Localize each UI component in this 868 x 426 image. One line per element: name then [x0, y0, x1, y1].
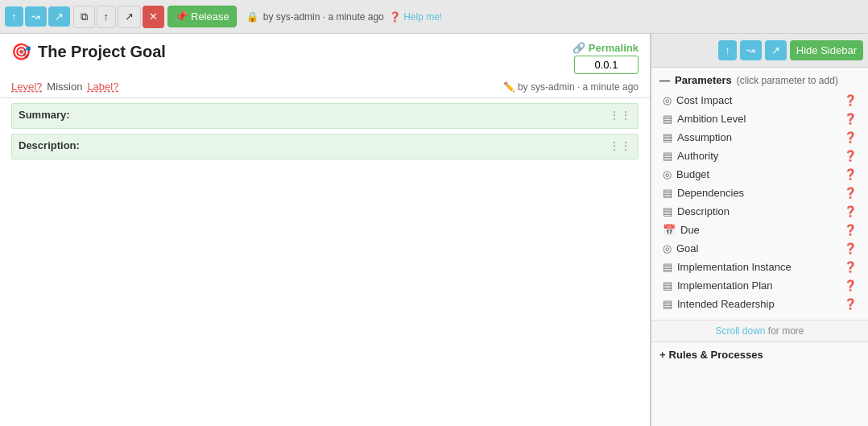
rules-section: + Rules & Processes: [651, 342, 868, 367]
description-drag-handle[interactable]: ⋮⋮: [609, 139, 631, 152]
dependencies-icon: ▤: [663, 187, 672, 199]
param-dependencies[interactable]: ▤ Dependencies ❓: [659, 184, 860, 202]
link-icon: 🔗: [572, 42, 585, 54]
summary-drag-handle[interactable]: ⋮⋮: [609, 109, 631, 122]
permalink-label: Permalink: [589, 42, 639, 54]
impl-plan-icon: ▤: [663, 279, 672, 292]
goal-help-icon[interactable]: ❓: [844, 242, 857, 254]
impl-plan-help-icon[interactable]: ❓: [844, 279, 857, 292]
cost-impact-help-icon[interactable]: ❓: [844, 94, 857, 106]
description-icon: ▤: [663, 205, 672, 217]
due-icon: 📅: [663, 224, 676, 236]
scroll-note: Scroll down for more: [651, 321, 868, 342]
target-icon: 🎯: [11, 42, 31, 61]
delete-button[interactable]: ✕: [143, 6, 164, 28]
dependencies-help-icon[interactable]: ❓: [844, 187, 857, 199]
permalink-block: 🔗 Permalink: [534, 42, 639, 74]
intended-readership-label: Intended Readership: [677, 298, 775, 310]
release-button[interactable]: 📌 Release: [167, 6, 237, 27]
authority-help-icon[interactable]: ❓: [844, 150, 857, 162]
tool-btn-1[interactable]: ↑: [5, 6, 23, 27]
scroll-down-link[interactable]: Scroll down: [715, 325, 767, 337]
scroll-text: Scroll down: [715, 325, 765, 337]
param-authority[interactable]: ▤ Authority ❓: [659, 147, 860, 165]
assumption-icon: ▤: [663, 131, 672, 143]
tool-btn-2[interactable]: ↝: [25, 6, 47, 27]
expand-rules-icon: +: [659, 349, 666, 361]
sidebar-tool-btn-2[interactable]: ↝: [740, 40, 762, 60]
label-breadcrumb[interactable]: Label?: [87, 81, 118, 93]
param-due[interactable]: 📅 Due ❓: [659, 221, 860, 239]
permalink-input[interactable]: [574, 56, 639, 74]
edit-icon: ✏️: [503, 81, 515, 93]
param-goal[interactable]: ◎ Goal ❓: [659, 239, 860, 258]
lock-icon: 🔒: [246, 11, 258, 23]
squiggle-icon: ↝: [31, 10, 40, 23]
budget-help-icon[interactable]: ❓: [844, 168, 857, 180]
impl-plan-label: Implementation Plan: [677, 279, 773, 292]
assumption-help-icon[interactable]: ❓: [844, 131, 857, 143]
help-label: Help me!: [403, 11, 442, 23]
permalink-link[interactable]: 🔗 Permalink: [572, 42, 639, 54]
authority-icon: ▤: [663, 150, 672, 162]
param-intended-readership[interactable]: ▤ Intended Readership ❓: [659, 295, 860, 313]
breadcrumb-sep-1: Mission: [47, 81, 82, 93]
hide-sidebar-button[interactable]: Hide Sidebar: [790, 40, 863, 60]
impl-instance-help-icon[interactable]: ❓: [844, 261, 857, 273]
param-assumption[interactable]: ▤ Assumption ❓: [659, 128, 860, 147]
toolbar-mid-group: ⧉ ↑ ↗ ✕: [73, 6, 165, 28]
impl-instance-label: Implementation Instance: [677, 261, 792, 273]
rules-title[interactable]: + Rules & Processes: [659, 349, 860, 361]
help-link[interactable]: ❓ Help me!: [389, 11, 442, 23]
ambition-level-label: Ambition Level: [677, 113, 746, 125]
impl-instance-icon: ▤: [663, 261, 672, 273]
authority-label: Authority: [677, 150, 718, 162]
main-layout: 🎯 The Project Goal 🔗 Permalink Level? Mi…: [0, 34, 868, 426]
param-ambition-level[interactable]: ▤ Ambition Level ❓: [659, 110, 860, 128]
title-block: 🎯 The Project Goal: [11, 42, 534, 61]
sidebar-squiggle-icon: ↝: [746, 44, 755, 56]
breadcrumb-left: Level? Mission Label?: [11, 81, 118, 93]
collapse-icon[interactable]: —: [659, 74, 670, 86]
param-cost-impact[interactable]: ◎ Cost Impact ❓: [659, 91, 860, 110]
summary-label: Summary:: [19, 109, 70, 121]
budget-label: Budget: [676, 168, 709, 180]
param-budget[interactable]: ◎ Budget ❓: [659, 165, 860, 184]
level-breadcrumb[interactable]: Level?: [11, 81, 42, 93]
breadcrumb-meta: ✏️ by sys-admin · a minute ago: [503, 81, 639, 93]
due-help-icon[interactable]: ❓: [844, 224, 857, 236]
goal-icon: ◎: [663, 242, 672, 254]
ambition-level-icon: ▤: [663, 113, 672, 125]
parameters-subtitle: (click parameter to add): [737, 75, 838, 86]
content-area: 🎯 The Project Goal 🔗 Permalink Level? Mi…: [0, 34, 651, 426]
right-sidebar: ↑ ↝ ↗ Hide Sidebar — Parameters (click p…: [651, 34, 868, 426]
param-impl-plan[interactable]: ▤ Implementation Plan ❓: [659, 276, 860, 295]
main-toolbar: ↑ ↝ ↗ ⧉ ↑ ↗ ✕ 📌 Release 🔒 by sys-admin ·…: [0, 0, 868, 34]
copy-icon: ⧉: [81, 10, 88, 23]
toolbar-left-group: ↑ ↝ ↗: [5, 6, 70, 27]
forward-button[interactable]: ↗: [118, 6, 141, 28]
content-header: 🎯 The Project Goal 🔗 Permalink: [0, 34, 650, 79]
fields-area: Summary: ⋮⋮ Description: ⋮⋮: [0, 98, 650, 169]
tool-btn-3[interactable]: ↗: [48, 6, 70, 27]
intended-readership-help-icon[interactable]: ❓: [844, 298, 857, 310]
arrow-right-icon: ↗: [55, 10, 64, 23]
hide-sidebar-label: Hide Sidebar: [796, 44, 857, 56]
ambition-level-help-icon[interactable]: ❓: [844, 113, 857, 125]
cost-impact-label: Cost Impact: [676, 94, 732, 106]
sidebar-arrow-right-icon: ↗: [771, 44, 780, 56]
sidebar-toolbar: ↑ ↝ ↗ Hide Sidebar: [651, 34, 868, 68]
sidebar-tool-btn-3[interactable]: ↗: [765, 40, 787, 60]
dependencies-label: Dependencies: [677, 187, 744, 199]
up-button[interactable]: ↑: [97, 6, 117, 28]
copy-button[interactable]: ⧉: [73, 6, 95, 28]
description-help-icon[interactable]: ❓: [844, 205, 857, 217]
param-description[interactable]: ▤ Description ❓: [659, 202, 860, 221]
goal-label: Goal: [676, 242, 698, 254]
forward-icon: ↗: [125, 10, 134, 23]
sidebar-tool-btn-1[interactable]: ↑: [718, 40, 737, 60]
page-title: The Project Goal: [38, 43, 166, 61]
sidebar-arrow-up-icon: ↑: [725, 44, 730, 56]
intended-readership-icon: ▤: [663, 298, 672, 310]
param-impl-instance[interactable]: ▤ Implementation Instance ❓: [659, 258, 860, 276]
